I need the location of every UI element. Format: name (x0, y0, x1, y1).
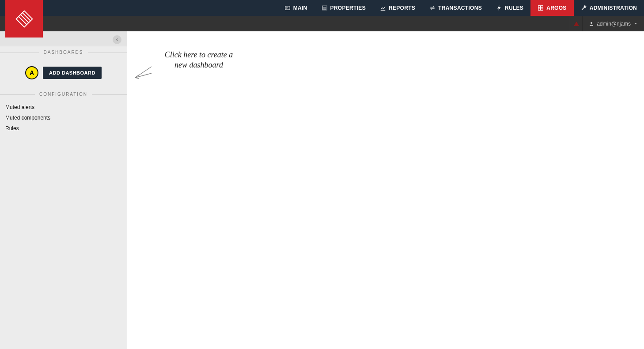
config-item-muted-components[interactable]: Muted components (0, 113, 127, 123)
exchange-icon (429, 5, 436, 11)
warning-icon (573, 21, 580, 27)
nav-label: ADMINISTRATION (590, 5, 637, 11)
logo-icon (13, 8, 35, 30)
nav-properties[interactable]: PROPERTIES (314, 0, 373, 16)
section-title: CONFIGURATION (35, 92, 92, 97)
sidebar: DASHBOARDS A ADD DASHBOARD CONFIGURATION… (0, 31, 127, 349)
nav-label: PROPERTIES (330, 5, 366, 11)
svg-rect-13 (541, 6, 543, 8)
dashboard-icon (538, 5, 544, 11)
nav-transactions[interactable]: TRANSACTIONS (422, 0, 489, 16)
chart-icon (380, 5, 386, 11)
add-dashboard-row: A ADD DASHBOARD (0, 58, 127, 88)
list-icon (322, 5, 328, 11)
card-icon (284, 5, 291, 11)
main-pane: Click here to create a new dashboard (127, 31, 644, 349)
app-logo[interactable] (5, 0, 43, 38)
svg-line-1 (22, 12, 30, 20)
nav-main[interactable]: MAIN (277, 0, 314, 16)
user-bar: admin@njams (0, 16, 644, 31)
section-configuration: CONFIGURATION (0, 88, 127, 100)
svg-rect-6 (286, 8, 288, 8)
bolt-icon (496, 5, 502, 11)
nav-label: REPORTS (389, 5, 415, 11)
svg-rect-14 (538, 8, 541, 11)
nav-rules[interactable]: RULES (489, 0, 530, 16)
section-title: DASHBOARDS (39, 50, 87, 55)
nav-label: ARGOS (546, 5, 567, 11)
config-item-muted-alerts[interactable]: Muted alerts (0, 102, 127, 113)
nav-reports[interactable]: REPORTS (373, 0, 422, 16)
config-item-rules[interactable]: Rules (0, 123, 127, 134)
wrench-icon (581, 5, 587, 11)
hint-text: Click here to create a new dashboard (155, 50, 243, 71)
nav-label: MAIN (293, 5, 307, 11)
person-icon (589, 21, 594, 26)
sidebar-collapse-button[interactable] (113, 35, 121, 44)
hint-arrow-icon (132, 62, 154, 84)
chevron-down-icon (633, 22, 638, 26)
nav-label: TRANSACTIONS (438, 5, 482, 11)
svg-line-2 (20, 15, 28, 23)
svg-rect-12 (538, 6, 541, 8)
nav-label: RULES (505, 5, 523, 11)
section-dashboards: DASHBOARDS (0, 46, 127, 58)
callout-badge-a: A (25, 66, 38, 79)
arrow-left-icon (115, 38, 119, 42)
add-dashboard-button[interactable]: ADD DASHBOARD (43, 67, 102, 79)
user-name: admin@njams (597, 21, 631, 27)
nav-administration[interactable]: ADMINISTRATION (574, 0, 644, 16)
top-nav: MAIN PROPERTIES REPORTS TRANSACTIONS RUL… (0, 0, 644, 16)
svg-rect-15 (541, 8, 543, 11)
svg-line-3 (19, 16, 27, 24)
user-menu[interactable]: admin@njams (582, 16, 644, 31)
alert-indicator[interactable] (570, 16, 582, 31)
nav-argos[interactable]: ARGOS (530, 0, 574, 16)
svg-point-16 (591, 22, 592, 24)
config-list: Muted alerts Muted components Rules (0, 100, 127, 135)
svg-rect-5 (286, 7, 288, 8)
